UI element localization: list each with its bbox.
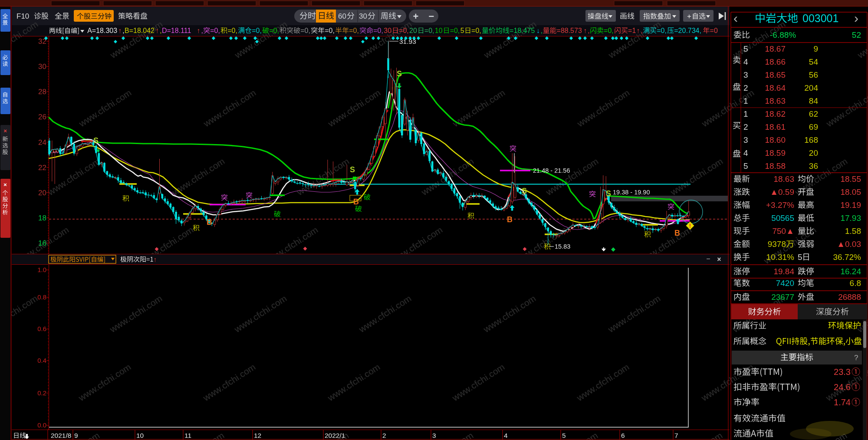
svg-text:6: 6: [621, 432, 625, 439]
svg-text:+: +: [413, 11, 419, 22]
svg-text:4: 4: [504, 432, 508, 439]
svg-text:2: 2: [743, 122, 748, 131]
svg-text:20: 20: [409, 27, 417, 34]
svg-text:24.6: 24.6: [834, 382, 851, 392]
svg-text:18.05: 18.05: [840, 187, 861, 197]
svg-text:84: 84: [809, 96, 819, 105]
svg-text:D=18.111: D=18.111: [162, 27, 191, 34]
svg-text:10.31%: 10.31%: [766, 253, 795, 262]
svg-text:0.2: 0.2: [37, 389, 46, 397]
svg-text:20: 20: [38, 189, 46, 197]
svg-text:6.8: 6.8: [850, 279, 861, 288]
svg-text:‹: ‹: [733, 11, 738, 25]
svg-text:24: 24: [38, 138, 46, 147]
svg-text:50565: 50565: [771, 213, 794, 223]
svg-text:2: 2: [382, 432, 386, 439]
svg-text:S: S: [397, 69, 402, 78]
svg-text:18.55: 18.55: [840, 174, 861, 184]
svg-text:18.64: 18.64: [765, 83, 786, 92]
svg-text:17.93: 17.93: [840, 213, 861, 223]
svg-text:4: 4: [743, 57, 748, 66]
svg-text:18.59: 18.59: [765, 148, 786, 158]
svg-text:21.48 - 21.56: 21.48 - 21.56: [533, 167, 570, 174]
svg-text:=1: =1: [628, 27, 636, 34]
svg-text:23677: 23677: [771, 292, 794, 302]
svg-text:60: 60: [338, 12, 346, 20]
svg-text:=0,: =0,: [210, 27, 220, 34]
svg-text:=0,: =0,: [657, 27, 667, 34]
svg-text:▲0.03: ▲0.03: [837, 240, 861, 249]
svg-text:↑: ↑: [154, 256, 157, 263]
svg-text:18.63: 18.63: [773, 174, 794, 184]
svg-text:4: 4: [743, 148, 748, 158]
svg-text:=88.573: =88.573: [557, 27, 582, 34]
svg-text:×: ×: [3, 181, 7, 188]
svg-text:2: 2: [743, 83, 748, 92]
svg-text:1: 1: [743, 109, 748, 118]
svg-text:9: 9: [813, 44, 818, 53]
svg-text:=0,: =0,: [450, 27, 460, 34]
svg-text:36.72%: 36.72%: [833, 253, 861, 262]
svg-text:↓: ↓: [536, 27, 540, 34]
svg-text:1: 1: [743, 96, 748, 105]
svg-text:=0,: =0,: [300, 27, 310, 34]
svg-text:↑: ↑: [197, 27, 200, 34]
svg-text:18: 18: [38, 214, 46, 222]
svg-text:69: 69: [809, 122, 818, 131]
svg-text:30: 30: [359, 12, 367, 20]
svg-text:=0,: =0,: [399, 27, 409, 34]
svg-text:↑: ↑: [583, 27, 587, 34]
svg-text:A=18.303: A=18.303: [87, 27, 117, 34]
svg-text:16.24: 16.24: [840, 267, 861, 276]
svg-text:B: B: [207, 218, 212, 227]
svg-text:=0,: =0,: [252, 27, 262, 34]
svg-text:1.0: 1.0: [37, 266, 46, 273]
svg-text:×: ×: [717, 256, 721, 263]
svg-text:003001: 003001: [802, 12, 838, 24]
svg-text:18.62: 18.62: [765, 109, 786, 118]
svg-text:18.60: 18.60: [765, 135, 786, 144]
svg-text:0.8: 0.8: [37, 293, 46, 301]
svg-text:5: 5: [798, 253, 802, 262]
svg-text:10: 10: [136, 432, 144, 439]
svg-text:=0,: =0,: [269, 27, 279, 34]
svg-text:!: !: [689, 223, 691, 229]
svg-text:30: 30: [384, 27, 391, 34]
svg-text:B=18.042: B=18.042: [125, 27, 155, 34]
svg-text:10: 10: [435, 27, 443, 34]
svg-text:=20.734,: =20.734,: [674, 27, 701, 34]
svg-text:,: ,: [641, 27, 643, 34]
svg-text:S: S: [93, 136, 99, 145]
svg-text:F10: F10: [16, 12, 29, 20]
svg-text:52: 52: [852, 30, 861, 39]
svg-text:56: 56: [809, 70, 818, 79]
svg-text:↑: ↑: [636, 27, 640, 34]
svg-text:22: 22: [38, 164, 46, 172]
svg-text:26: 26: [38, 113, 46, 121]
svg-text:+3.27%: +3.27%: [766, 200, 794, 210]
svg-text:28: 28: [38, 88, 46, 96]
svg-text:S: S: [522, 187, 527, 195]
svg-text:5: 5: [743, 161, 748, 171]
svg-text:19.19: 19.19: [840, 200, 861, 210]
svg-text:›: ›: [854, 11, 858, 25]
svg-text:26888: 26888: [838, 292, 861, 302]
svg-text:S: S: [606, 189, 611, 198]
svg-text:15.83: 15.83: [555, 243, 570, 250]
svg-text:19.38 - 19.90: 19.38 - 19.90: [613, 189, 650, 196]
svg-text:0.6: 0.6: [37, 325, 46, 332]
svg-text:1.74: 1.74: [834, 397, 851, 407]
svg-text:62: 62: [809, 109, 818, 118]
svg-text:5: 5: [562, 432, 566, 439]
svg-text:↑: ↑: [155, 27, 159, 34]
svg-text:20: 20: [809, 148, 818, 158]
svg-text:2022/1: 2022/1: [325, 432, 345, 439]
svg-text:18.58: 18.58: [765, 161, 786, 171]
svg-text:54: 54: [809, 57, 819, 66]
svg-text:=0,: =0,: [471, 27, 481, 34]
svg-text:=0,: =0,: [325, 27, 335, 34]
svg-text:B: B: [507, 215, 513, 224]
svg-text:,: ,: [588, 27, 589, 34]
svg-text:9378: 9378: [768, 240, 786, 249]
svg-text:18.67: 18.67: [765, 44, 786, 53]
